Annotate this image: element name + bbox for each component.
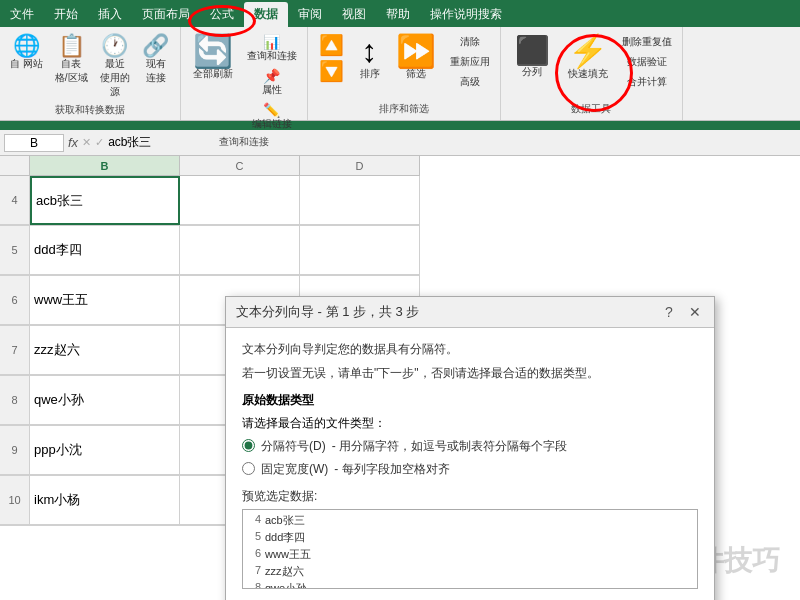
tab-formula[interactable]: 公式 <box>200 2 244 27</box>
tab-help[interactable]: 帮助 <box>376 2 420 27</box>
col-header-b[interactable]: B <box>30 156 180 175</box>
btn-web-label: 自 网站 <box>10 57 43 71</box>
cell-c4[interactable] <box>180 176 300 225</box>
preview-num-2: 6 <box>247 547 261 562</box>
btn-edit-links-label: 编辑链接 <box>252 117 292 131</box>
tab-review[interactable]: 审阅 <box>288 2 332 27</box>
row-num-7: 7 <box>0 326 30 375</box>
corner-cell <box>0 156 30 175</box>
btn-validate[interactable]: 数据验证 <box>618 53 676 71</box>
formula-bar: fx ✕ ✓ <box>0 130 800 156</box>
text-split-wizard-dialog: 文本分列向导 - 第 1 步，共 3 步 ? ✕ 文本分列向导判定您的数据具有分… <box>225 296 715 600</box>
confirm-btn[interactable]: ✓ <box>95 136 104 149</box>
cell-reference[interactable] <box>4 134 64 152</box>
cell-b9[interactable]: ppp小沈 <box>30 426 180 475</box>
sort-za-icon: 🔽 <box>319 61 344 81</box>
preview-val-0: acb张三 <box>265 513 305 528</box>
btn-filter[interactable]: ⏩ 筛选 <box>390 33 442 83</box>
btn-flash-fill[interactable]: ⚡ 快速填充 <box>562 33 614 83</box>
btn-recent[interactable]: 🕐 最近使用的源 <box>96 33 134 101</box>
btn-properties-label: 属性 <box>262 83 282 97</box>
tab-home[interactable]: 开始 <box>44 2 88 27</box>
group-query-conn-content: 🔄 全部刷新 📊 查询和连接 📌 属性 ✏️ 编辑链接 <box>187 31 301 133</box>
btn-remove-dup[interactable]: 删除重复值 <box>618 33 676 51</box>
preview-val-4: qwe小孙 <box>265 581 307 589</box>
radio-fixed-label[interactable]: 固定宽度(W) <box>261 461 328 478</box>
btn-split-label: 分列 <box>522 65 542 79</box>
cell-c5[interactable] <box>180 226 300 275</box>
tab-file[interactable]: 文件 <box>0 2 44 27</box>
split-icon: ⬛ <box>515 37 550 65</box>
btn-refresh-all[interactable]: 🔄 全部刷新 <box>187 33 239 83</box>
preview-val-3: zzz赵六 <box>265 564 304 579</box>
formula-input[interactable] <box>108 136 796 150</box>
preview-row-0: 4 acb张三 <box>247 512 693 529</box>
col-header-d[interactable]: D <box>300 156 420 175</box>
tab-search[interactable]: 操作说明搜索 <box>420 2 512 27</box>
cell-b10[interactable]: ikm小杨 <box>30 476 180 525</box>
radio-delimited-label[interactable]: 分隔符号(D) <box>261 438 326 455</box>
preview-num-1: 5 <box>247 530 261 545</box>
cancel-btn[interactable]: ✕ <box>82 136 91 149</box>
cell-d4[interactable] <box>300 176 420 225</box>
dialog-close-btn[interactable]: ✕ <box>686 303 704 321</box>
cell-b4[interactable]: acb张三 <box>30 176 180 225</box>
group-get-transform-content: 🌐 自 网站 📋 自表格/区域 🕐 最近使用的源 🔗 现有连接 <box>6 31 174 101</box>
preview-section: 预览选定数据: 4 acb张三 5 ddd李四 6 www王五 <box>242 488 698 589</box>
filter-icon: ⏩ <box>396 35 436 67</box>
radio-delimited[interactable] <box>242 439 255 452</box>
cell-d5[interactable] <box>300 226 420 275</box>
btn-advanced[interactable]: 高级 <box>446 73 494 91</box>
original-data-type-label: 原始数据类型 <box>242 392 698 409</box>
btn-sort[interactable]: ↕️ 排序 <box>354 33 386 83</box>
group-data-tools-content: ⬛ 分列 ⚡ 快速填充 删除重复值 数据验证 合并计算 <box>507 31 676 100</box>
btn-split[interactable]: ⬛ 分列 <box>507 33 558 83</box>
btn-reapply[interactable]: 重新应用 <box>446 53 494 71</box>
preview-val-1: ddd李四 <box>265 530 305 545</box>
btn-table[interactable]: 📋 自表格/区域 <box>51 33 92 87</box>
btn-edit-links[interactable]: ✏️ 编辑链接 <box>243 101 301 133</box>
tab-insert[interactable]: 插入 <box>88 2 132 27</box>
tab-page-layout[interactable]: 页面布局 <box>132 2 200 27</box>
tab-data[interactable]: 数据 <box>244 2 288 27</box>
preview-row-4: 8 qwe小孙 <box>247 580 693 589</box>
btn-filter-label: 筛选 <box>406 67 426 81</box>
web-icon: 🌐 <box>13 35 40 57</box>
sort-icon: ↕️ <box>362 35 378 67</box>
preview-num-0: 4 <box>247 513 261 528</box>
btn-web[interactable]: 🌐 自 网站 <box>6 33 47 73</box>
btn-flash-fill-label: 快速填充 <box>568 67 608 81</box>
flash-fill-icon: ⚡ <box>568 35 608 67</box>
btn-advanced-label: 高级 <box>460 75 480 89</box>
preview-box: 4 acb张三 5 ddd李四 6 www王五 7 zzz赵六 <box>242 509 698 589</box>
col-header-c[interactable]: C <box>180 156 300 175</box>
btn-reapply-label: 重新应用 <box>450 55 490 69</box>
cell-b6[interactable]: www王五 <box>30 276 180 325</box>
tab-view[interactable]: 视图 <box>332 2 376 27</box>
cell-b7[interactable]: zzz赵六 <box>30 326 180 375</box>
ribbon: 文件 开始 插入 页面布局 公式 数据 审阅 视图 帮助 操作说明搜索 🌐 自 … <box>0 0 800 130</box>
btn-existing[interactable]: 🔗 现有连接 <box>138 33 174 87</box>
btn-existing-label: 现有连接 <box>146 57 166 85</box>
table-row: 5 ddd李四 <box>0 226 420 276</box>
radio-fixed[interactable] <box>242 462 255 475</box>
btn-sort-az[interactable]: 🔼 <box>314 33 350 57</box>
row-num-9: 9 <box>0 426 30 475</box>
radio-fixed-desc: - 每列字段加空格对齐 <box>334 461 449 478</box>
btn-recent-label: 最近使用的源 <box>100 57 130 99</box>
btn-clear[interactable]: 清除 <box>446 33 494 51</box>
btn-properties[interactable]: 📌 属性 <box>243 67 301 99</box>
btn-sort-za[interactable]: 🔽 <box>314 59 350 83</box>
btn-validate-label: 数据验证 <box>627 55 667 69</box>
btn-query-conn[interactable]: 📊 查询和连接 <box>243 33 301 65</box>
refresh-all-icon: 🔄 <box>193 35 233 67</box>
group-query-conn-label: 查询和连接 <box>219 133 269 149</box>
group-sort-filter-content: 🔼 🔽 ↕️ 排序 ⏩ 筛选 清除 <box>314 31 494 100</box>
dialog-help-btn[interactable]: ? <box>660 303 678 321</box>
btn-query-conn-label: 查询和连接 <box>247 49 297 63</box>
dialog-desc1: 文本分列向导判定您的数据具有分隔符。 <box>242 340 698 358</box>
cell-b8[interactable]: qwe小孙 <box>30 376 180 425</box>
radio-delimited-desc: - 用分隔字符，如逗号或制表符分隔每个字段 <box>332 438 567 455</box>
btn-merge-calc[interactable]: 合并计算 <box>618 73 676 91</box>
cell-b5[interactable]: ddd李四 <box>30 226 180 275</box>
